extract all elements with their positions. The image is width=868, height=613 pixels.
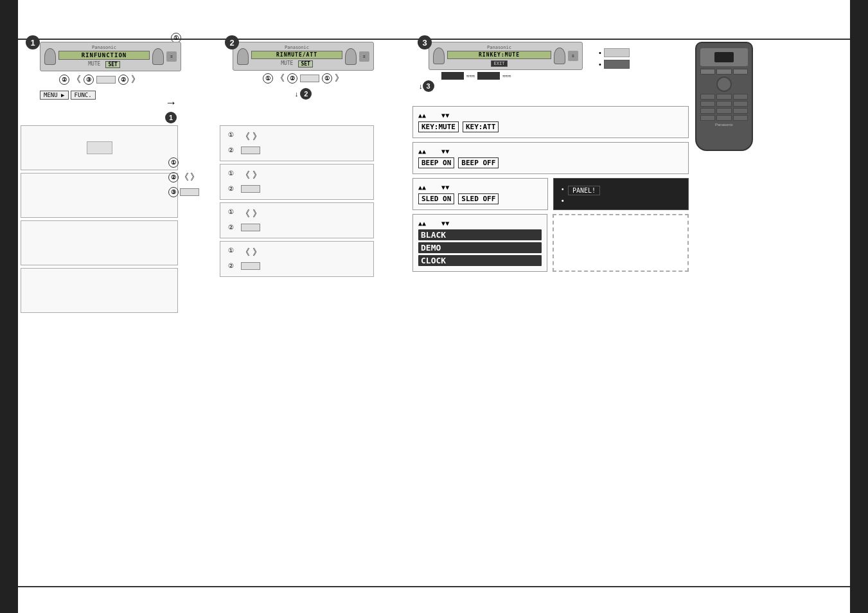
- ann-wave: ≈≈≈: [466, 73, 475, 79]
- ann-row-2: ② 《 》: [168, 172, 199, 183]
- lcd-main-2: RINMUTE/ATT: [251, 51, 342, 59]
- remote-bot-buttons-1: [700, 101, 748, 107]
- rect-2: [300, 75, 319, 82]
- sub-section-2: ▲▲ ▼▼ BEEP ON BEEP OFF: [412, 142, 689, 174]
- rbtn-c1[interactable]: [700, 108, 715, 114]
- opt-row-1-1: ① 《 》: [228, 131, 366, 143]
- ss1-item-2: KEY:ATT: [463, 121, 499, 132]
- circ-2-3: ①: [322, 73, 332, 84]
- option-box-3: ① 《 》 ②: [220, 202, 374, 238]
- arrow-to-badge-1: →1: [165, 96, 181, 123]
- ann-circ-2: ②: [168, 172, 179, 182]
- side-bar-right: [850, 0, 868, 613]
- circ-2-2: ②: [287, 73, 297, 84]
- dashed-box: [553, 214, 689, 272]
- badge-ref-2: 2: [300, 88, 312, 100]
- device-unit-2: Panasonic RINMUTE/ATT MUTE SET ≡: [233, 42, 374, 71]
- rbtn-d2[interactable]: [716, 115, 731, 121]
- rbtn-b3[interactable]: [733, 101, 748, 107]
- opt-num-1-2: ②: [228, 147, 241, 154]
- rbtn-c3[interactable]: [733, 108, 748, 114]
- set-label-2: SET: [298, 60, 312, 67]
- left-knob-1: [44, 48, 56, 65]
- brand-label-3: Panasonic: [447, 45, 551, 50]
- opt-rect-1: [241, 147, 260, 154]
- opt-row-4-1: ① 《 》: [228, 247, 366, 258]
- rbtn-m2[interactable]: [716, 94, 731, 100]
- rbtn-b2[interactable]: [716, 101, 731, 107]
- rbtn-3[interactable]: [733, 69, 748, 75]
- mute-label-1: MUTE: [88, 61, 100, 68]
- opt-num-2-2: ②: [228, 185, 241, 192]
- ss4-arrows: ▲▲ ▼▼: [418, 220, 542, 227]
- device-1: ① Panasonic RINFUNCTION MUTE SET: [40, 42, 181, 100]
- menu-button[interactable]: MENU ▶: [40, 91, 69, 100]
- opt-arrow-r-3-1: 》: [252, 208, 261, 220]
- sub-section-3-note: PANEL!: [553, 178, 689, 210]
- opt-num-2-1: ①: [228, 170, 241, 177]
- side-bar-left: [0, 0, 18, 613]
- opt-num-4-1: ①: [228, 247, 241, 254]
- left-knob-3: [433, 48, 445, 64]
- opt-row-2-2: ②: [228, 185, 366, 193]
- rbtn-2[interactable]: [716, 69, 731, 75]
- opt-arrow-l-3-1: 《: [241, 208, 250, 220]
- panel-box-3: [21, 220, 178, 265]
- left-knob-2: [237, 48, 249, 65]
- opt-row-3-2: ②: [228, 224, 366, 231]
- ss2-item-1: BEEP ON: [418, 157, 454, 168]
- light-gray-box: [604, 48, 630, 57]
- dark-gray-box: [604, 60, 630, 69]
- func-button[interactable]: FUNC.: [71, 91, 96, 100]
- right-knob-2: [345, 48, 357, 65]
- ss4-item-clock: CLOCK: [418, 255, 542, 266]
- main-content: 1 ① Panasonic RINFUNCTION MUTE SET: [21, 42, 847, 584]
- opt-num-3-1: ①: [228, 208, 241, 215]
- note-item-panel: PANEL!: [559, 186, 683, 195]
- rbtn-d1[interactable]: [700, 115, 715, 121]
- opt-num-3-2: ②: [228, 224, 241, 231]
- badge-ref-3: 3: [423, 80, 434, 92]
- rbtn-1[interactable]: [700, 69, 715, 75]
- remote-knob[interactable]: [716, 76, 732, 92]
- ss4-item-black: BLACK: [418, 229, 542, 240]
- rbtn-m1[interactable]: [700, 94, 715, 100]
- level-1: ≡: [166, 51, 177, 62]
- lcd-sub-row-2: MUTE SET: [251, 60, 342, 67]
- ann-dark-rect-2: [477, 72, 500, 80]
- top-rule: [18, 39, 850, 40]
- rbtn-c2[interactable]: [716, 108, 731, 114]
- badge-2: 2: [225, 35, 239, 49]
- sub-section-4-row: ▲▲ ▼▼ BLACK DEMO CLOCK: [412, 214, 689, 272]
- device-unit-1: Panasonic RINFUNCTION MUTE SET ≡: [40, 42, 181, 71]
- page-container: 1 ① Panasonic RINFUNCTION MUTE SET: [0, 0, 868, 613]
- circ-3a: ③: [84, 75, 94, 85]
- ss3-arrows: ▲▲ ▼▼: [418, 184, 542, 191]
- rbtn-m3[interactable]: [733, 94, 748, 100]
- inner-rect-1: [87, 141, 112, 154]
- device-screen-area-2: Panasonic RINMUTE/ATT MUTE SET: [251, 45, 342, 67]
- device-3-annotations: ≈≈≈ ≈≈≈: [441, 72, 583, 80]
- badge-3: 3: [418, 35, 432, 49]
- panel-box-2: [21, 173, 178, 218]
- rbtn-b1[interactable]: [700, 101, 715, 107]
- opt-arrow-l-1-1: 《: [241, 131, 250, 143]
- opt-row-3-1: ① 《 》: [228, 208, 366, 220]
- option-boxes-2: ① 《 》 ② ① 《 》: [220, 125, 374, 280]
- rbtn-d3[interactable]: [733, 115, 748, 121]
- ss3-item-1: SLED ON: [418, 193, 454, 204]
- lcd-sub-row-1: MUTE SET: [58, 61, 150, 68]
- lcd-main-3: RINKEY:MUTE: [447, 51, 551, 59]
- device-2-annotations: ① 《 ② ① 》: [233, 73, 374, 84]
- ss2-item-2: BEEP OFF: [458, 157, 499, 168]
- brand-label-1: Panasonic: [58, 45, 150, 50]
- brand-label-2: Panasonic: [251, 45, 342, 50]
- ss4-items: BLACK DEMO CLOCK: [418, 229, 542, 266]
- level-2: ≡: [359, 51, 369, 62]
- ann-dark-rect-1: [441, 72, 464, 80]
- device-unit-3: Panasonic RINKEY:MUTE EXIT ≡: [429, 42, 583, 70]
- opt-arrow-r-4-1: 》: [252, 247, 261, 258]
- lcd-sub-row-3: EXIT: [447, 60, 551, 67]
- ann-wave-2: ≈≈≈: [502, 73, 511, 79]
- bottom-rule: [18, 586, 850, 587]
